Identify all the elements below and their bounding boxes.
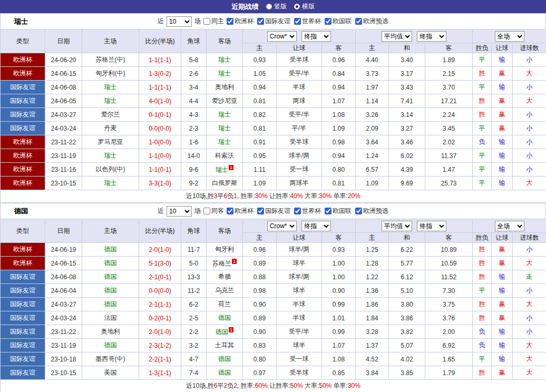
odds-away: 0.94 (322, 81, 356, 94)
result-goals: 小 (513, 163, 546, 177)
avg-home: 1.25 (356, 243, 389, 257)
same-venue-filter[interactable]: 同客 (203, 207, 224, 215)
avg-draw: 3.27 (389, 122, 425, 135)
scope-select[interactable]: 全场 (495, 221, 524, 231)
avg-home: 1.14 (356, 94, 389, 108)
match-score: 2-0(1-0) (139, 243, 181, 257)
col-type: 类型 (1, 30, 45, 53)
league-filter-checkbox[interactable] (294, 18, 301, 25)
league-filter[interactable]: 欧洲杯 (227, 17, 253, 26)
league-filter-checkbox[interactable] (294, 208, 301, 214)
home-team: 法国 (82, 311, 139, 325)
avg-draw: 3.46 (389, 135, 425, 149)
summary-segment: 30% (348, 382, 360, 389)
corner-score: 5-8 (181, 53, 207, 67)
match-score: 1-1(0-1) (139, 163, 181, 177)
home-team-name: 爱尔兰 (101, 111, 120, 118)
match-score: 0-0(0-0) (139, 284, 181, 298)
league-filter-checkbox[interactable] (355, 208, 362, 214)
league-filter-checkbox[interactable] (325, 18, 331, 25)
handicap-line: 球半/两 (277, 243, 322, 257)
scope-select[interactable]: 全场 (495, 31, 524, 42)
col-avg-away: 客 (425, 233, 473, 243)
bookmaker-select[interactable]: Crow* (267, 31, 297, 42)
home-team: 德国 (82, 339, 139, 352)
league-type-badge: 欧洲杯 (1, 177, 45, 190)
field-label: 场 (194, 207, 201, 215)
odds-home: 0.93 (243, 53, 277, 67)
result-handicap: 输 (492, 270, 513, 284)
result-outcome: 平 (473, 163, 492, 177)
corner-score: 6-2 (181, 298, 207, 311)
match-score: 2-3(1-2) (139, 339, 181, 352)
result-goals: 小 (513, 135, 546, 149)
result-outcome: 平 (473, 352, 492, 366)
bookmaker-stage-select[interactable]: 终指 (301, 31, 331, 42)
league-filter[interactable]: 欧国联 (325, 17, 352, 26)
league-filter-checkbox[interactable] (257, 18, 264, 25)
same-venue-checkbox[interactable] (203, 208, 210, 214)
avg-draw: 5.07 (389, 339, 425, 352)
layout-option-label: 横版 (302, 2, 315, 11)
league-filter[interactable]: 国际友谊 (257, 17, 290, 26)
match-count-select[interactable]: 10 (167, 206, 192, 217)
home-team-name: 德国 (104, 341, 117, 349)
league-type-badge: 国际友谊 (1, 366, 45, 380)
radio-icon[interactable] (266, 4, 272, 9)
bookmaker-select[interactable]: Crow* (267, 221, 297, 231)
league-filter-checkbox[interactable] (325, 208, 331, 214)
layout-option-horizontal[interactable]: 横版 (294, 2, 315, 11)
bookmaker-stage-select[interactable]: 终指 (301, 221, 331, 231)
result-goals: 走 (513, 270, 546, 284)
league-filter-checkbox[interactable] (355, 18, 362, 25)
home-team-name: 以色列(中) (96, 165, 125, 173)
league-filter[interactable]: 欧洲预选 (355, 17, 388, 26)
same-venue-checkbox[interactable] (203, 18, 210, 25)
league-filter[interactable]: 国际友谊 (257, 207, 290, 215)
league-filter[interactable]: 欧国联 (325, 207, 352, 215)
average-select[interactable]: 平均值 (382, 221, 412, 231)
league-filter-checkbox[interactable] (227, 208, 233, 214)
average-selector-cell: 平均值 终指 (356, 30, 473, 43)
corner-score: 1-6 (181, 135, 207, 149)
team-name: 德国 (14, 203, 28, 219)
result-outcome: 平 (473, 284, 492, 298)
summary-segment: 单率: (331, 382, 348, 389)
league-filter-checkbox[interactable] (257, 208, 264, 214)
result-outcome: 负 (473, 135, 492, 149)
league-filter[interactable]: 欧洲预选 (355, 207, 388, 215)
avg-draw: 3.40 (389, 53, 425, 67)
result-outcome: 平 (473, 149, 492, 163)
avg-draw: 3.86 (389, 311, 425, 325)
result-goals: 大 (513, 257, 546, 270)
league-filter-checkbox[interactable] (227, 18, 233, 25)
summary-text: 近10场,胜6平2负2, 胜率:60% 让胜率:50% 大率:50% 单率:30… (1, 380, 546, 392)
result-goals: 大 (513, 366, 546, 380)
home-team: 匈牙利(中) (82, 67, 139, 81)
radio-icon[interactable] (294, 4, 300, 9)
result-goals: 小 (513, 149, 546, 163)
match-row: 国际友谊23-11-22奥地利2-0(1-0)2-2德国10.90受平/半0.9… (1, 325, 546, 339)
league-filter[interactable]: 欧洲杯 (227, 207, 253, 215)
league-filter[interactable]: 世界杯 (294, 17, 321, 26)
away-team: 瑞士 (207, 53, 243, 67)
average-stage-select[interactable]: 终指 (417, 31, 446, 42)
avg-away: 3.70 (425, 81, 473, 94)
avg-draw: 3.43 (389, 81, 425, 94)
away-team-name: 乌克兰 (215, 287, 234, 294)
league-filter[interactable]: 世界杯 (294, 207, 321, 215)
match-score: 3-3(1-0) (139, 177, 181, 190)
team-section: 德国 近 10 场 同客 欧洲杯国际友谊世界杯欧国联欧洲预选 (0, 203, 546, 392)
average-stage-select[interactable]: 终指 (417, 221, 446, 231)
match-score: 2-1(1-1) (139, 298, 181, 311)
layout-option-vertical[interactable]: 竖版 (266, 2, 287, 11)
result-goals: 小 (513, 243, 546, 257)
average-select[interactable]: 平均值 (382, 31, 412, 42)
col-avg-draw: 和 (389, 43, 425, 53)
result-handicap: 输 (492, 339, 513, 352)
match-row: 国际友谊24-06-05瑞士4-0(1-0)4-4爱沙尼亚0.81两球1.071… (1, 94, 546, 108)
match-count-select[interactable]: 10 (167, 16, 192, 27)
avg-draw: 3.82 (389, 325, 425, 339)
same-venue-filter[interactable]: 同主 (203, 17, 224, 26)
avg-home: 1.84 (356, 311, 389, 325)
